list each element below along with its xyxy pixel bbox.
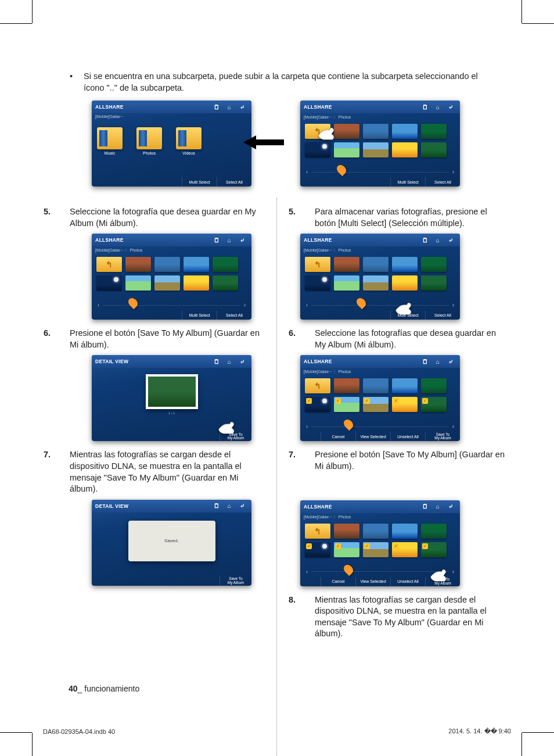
up-icon[interactable]: ↰ <box>305 524 330 539</box>
page-number: 40 <box>69 684 78 693</box>
hand-pointer-icon <box>318 126 337 141</box>
indd-filename: DA68-02935A-04.indb 40 <box>43 728 115 735</box>
up-icon[interactable]: ↰ <box>96 257 122 272</box>
step-8-right: 8. Mientras las fotografías se cargan de… <box>289 594 509 640</box>
detail-photo <box>146 374 198 409</box>
step-7-right: 7. Presione el botón [Save To My Album] … <box>289 449 509 472</box>
unselect-all-button[interactable]: Unselect All <box>390 577 425 586</box>
checkmark-icon: ✓ <box>393 398 399 404</box>
screenshot-r7: ALLSHARE🗒⌂⤶ [Mobile]Galax··· 〉 Photos ↰ … <box>300 500 460 586</box>
home-icon[interactable]: ⌂ <box>224 103 235 111</box>
back-icon[interactable]: ⤶ <box>445 103 456 111</box>
home-icon[interactable]: ⌂ <box>224 502 235 510</box>
screenshot-r6: ALLSHARE🗒⌂⤶ [Mobile]Galax··· 〉 Photos ↰ … <box>300 355 460 441</box>
checkmark-icon: ✓ <box>422 398 428 404</box>
intro-bullet: • Si se encuentra en una subcarpeta, pue… <box>70 71 510 94</box>
save-to-album-button[interactable]: Save To My Album <box>220 432 251 441</box>
cancel-button[interactable]: Cancel <box>321 432 355 441</box>
checkmark-icon: ✓ <box>335 398 341 404</box>
thumb[interactable] <box>363 124 388 139</box>
checkmark-icon: ✓ <box>393 543 399 549</box>
left-arrow-icon <box>243 135 284 152</box>
section-name: funcionamiento <box>84 684 139 693</box>
up-icon[interactable]: ↰ <box>305 257 330 272</box>
unselect-all-button[interactable]: Unselect All <box>390 432 425 441</box>
select-all-button[interactable]: Select All <box>425 177 460 187</box>
note-icon[interactable]: 🗒 <box>211 502 222 510</box>
note-icon[interactable]: 🗒 <box>211 103 222 111</box>
multi-select-button[interactable]: Multi Select <box>390 310 425 320</box>
cat-videos[interactable]: Videos <box>174 151 203 155</box>
step-5-right: 5. Para almacenar varias fotografías, pr… <box>289 206 509 229</box>
back-icon[interactable]: ⤶ <box>445 503 456 511</box>
home-icon[interactable]: ⌂ <box>432 236 444 244</box>
note-icon[interactable]: 🗒 <box>419 357 431 366</box>
cat-music[interactable]: Music <box>95 151 124 155</box>
home-icon[interactable]: ⌂ <box>224 236 235 244</box>
screenshot-l7: DETAIL VIEW🗒⌂⤶ Saved. Save To My Album <box>92 500 251 586</box>
checkmark-icon: ✓ <box>335 543 341 549</box>
breadcrumb: [Mobile]Galax··· <box>92 113 251 121</box>
multi-select-button[interactable]: Multi Select <box>182 310 217 320</box>
save-to-album-button[interactable]: Save To My Album <box>425 432 460 441</box>
note-icon[interactable]: 🗒 <box>419 236 431 244</box>
home-icon[interactable]: ⌂ <box>432 503 444 511</box>
intro-text: Si se encuentra en una subcarpeta, puede… <box>84 71 490 94</box>
note-icon[interactable]: 🗒 <box>211 236 222 244</box>
screenshot-r5: ALLSHARE🗒⌂⤶ [Mobile]Galax··· 〉 Photos ↰ … <box>300 234 460 320</box>
thumb[interactable] <box>392 124 418 139</box>
multi-select-button[interactable]: Multi Select <box>182 177 217 187</box>
back-icon[interactable]: ⤶ <box>236 502 248 510</box>
page-footer: 40_ funcionamiento <box>69 684 139 693</box>
note-icon[interactable]: 🗒 <box>419 103 431 111</box>
home-icon[interactable]: ⌂ <box>224 357 235 366</box>
step-7-left: 7. Mientras las fotografías se cargan de… <box>44 449 264 495</box>
cat-photos[interactable]: Photos <box>135 151 164 155</box>
screenshot-l6: DETAIL VIEW🗒⌂⤶ 1 / 1 Save To My Album <box>92 355 251 441</box>
checkmark-icon: ✓ <box>306 398 312 404</box>
screenshot-photos-tap: ALLSHARE 🗒 ⌂ ⤶ [Mobile]Galax··· 〉 Photos… <box>300 101 460 187</box>
checkmark-icon: ✓ <box>364 398 370 404</box>
screen-title: ALLSHARE <box>95 104 210 110</box>
screenshot-categories: ALLSHARE 🗒 ⌂ ⤶ [Mobile]Galax··· Music Ph… <box>92 101 251 187</box>
back-icon[interactable]: ⤶ <box>445 357 456 366</box>
indd-datetime: 2014. 5. 14. �� 9:40 <box>448 728 511 735</box>
save-to-album-button[interactable]: Save To My Album <box>425 577 460 586</box>
back-icon[interactable]: ⤶ <box>236 236 248 244</box>
thumb[interactable] <box>305 142 330 157</box>
view-selected-button[interactable]: View Selected <box>355 577 390 586</box>
thumb[interactable] <box>421 142 447 157</box>
step-5-left: 5. Seleccione la fotografía que desea gu… <box>44 206 264 229</box>
thumb[interactable] <box>392 142 418 157</box>
note-icon[interactable]: 🗒 <box>211 357 222 366</box>
select-all-button[interactable]: Select All <box>217 177 251 187</box>
step-6-right: 6. Seleccione las fotografías que desea … <box>289 328 509 350</box>
up-icon[interactable]: ↰ <box>305 378 330 393</box>
select-all-button[interactable]: Select All <box>425 310 460 320</box>
thumb[interactable] <box>421 124 447 139</box>
bullet-dot: • <box>70 71 81 83</box>
step-6-left: 6. Presione el botón [Save To My Album] … <box>44 328 264 350</box>
cancel-button[interactable]: Cancel <box>321 577 355 586</box>
back-icon[interactable]: ⤶ <box>236 103 248 111</box>
home-icon[interactable]: ⌂ <box>432 357 444 366</box>
back-icon[interactable]: ⤶ <box>445 236 456 244</box>
note-icon[interactable]: 🗒 <box>419 503 431 511</box>
thumb[interactable] <box>334 142 359 157</box>
checkmark-icon: ✓ <box>422 543 428 549</box>
view-selected-button[interactable]: View Selected <box>355 432 390 441</box>
select-all-button[interactable]: Select All <box>217 310 251 320</box>
detail-caption: 1 / 1 <box>92 411 251 415</box>
checkmark-icon: ✓ <box>306 543 312 549</box>
back-icon[interactable]: ⤶ <box>236 357 248 366</box>
screenshot-l5: ALLSHARE🗒⌂⤶ [Mobile]Galax··· 〉 Photos ↰ … <box>92 234 251 320</box>
thumb[interactable] <box>334 124 359 139</box>
checkmark-icon: ✓ <box>364 543 370 549</box>
save-to-album-button[interactable]: Save To My Album <box>220 576 251 586</box>
multi-select-button[interactable]: Multi Select <box>390 177 425 187</box>
home-icon[interactable]: ⌂ <box>432 103 444 111</box>
thumb[interactable] <box>363 142 388 157</box>
saved-message: Saved. <box>128 521 215 561</box>
